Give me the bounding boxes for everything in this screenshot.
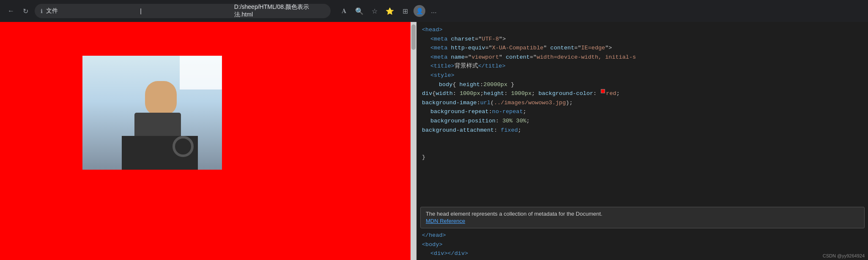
address-bar[interactable]: ℹ 文件 | D:/sheep/HTML/08.颜色表示法.html	[35, 4, 331, 18]
code-line-style: <style>	[422, 71, 863, 80]
steering-wheel	[173, 136, 194, 157]
toolbar-icons: 𝐀 🔍 ☆ ⭐ ⊞ 👤 ...	[337, 4, 441, 18]
eq2: ="	[485, 43, 492, 53]
code-line-empty2	[422, 144, 863, 153]
bg-pos-prop: background-position	[430, 116, 496, 126]
read-aloud-button[interactable]: 𝐀	[337, 4, 351, 18]
fixed-val: fixed	[501, 126, 518, 135]
div-word: div	[434, 249, 444, 258]
url-keyword: url	[480, 98, 490, 108]
semi3: ;	[616, 89, 620, 98]
code-line-title: <title> 背景样式 </title>	[422, 62, 863, 71]
eq5: ="	[530, 53, 537, 62]
div-selector: div	[422, 89, 432, 98]
mdn-reference-link[interactable]: MDN Reference	[426, 218, 465, 224]
code-line-bg-attach: background-attachment : fixed ;	[422, 126, 863, 135]
title-text: 背景样式	[455, 62, 478, 71]
q4: "	[499, 53, 506, 62]
semi1: ;	[480, 89, 484, 98]
body-open-tag: <	[422, 240, 425, 249]
star-button[interactable]: ⭐	[383, 4, 397, 18]
scrollbar[interactable]	[411, 22, 416, 260]
body-selector: body	[439, 80, 452, 89]
browser-viewport	[0, 22, 416, 260]
car-interior	[122, 136, 198, 170]
more-button[interactable]: ...	[427, 4, 441, 18]
code-line-meta-charset: <meta charset =" UTF-8 ">	[422, 35, 863, 44]
style-tag: <style>	[430, 71, 455, 80]
red-color-swatch	[601, 89, 605, 93]
colon1: :	[480, 80, 483, 89]
colon6: :	[489, 107, 492, 116]
bg-image-prop: background-image	[422, 98, 477, 108]
brace3: {	[432, 89, 435, 98]
nav-buttons: ← ↻	[5, 5, 31, 17]
child-photo	[82, 56, 222, 170]
colon5: :	[477, 98, 480, 108]
semi4: ;	[523, 107, 526, 116]
semi5: ;	[526, 116, 530, 126]
child-silhouette	[122, 77, 198, 170]
mdn-tooltip-text: The head element represents a collection…	[426, 211, 859, 217]
bg-repeat-prop: background-repeat	[430, 107, 489, 116]
body-close: >	[439, 240, 443, 249]
body-word: body	[425, 240, 439, 249]
browser-toolbar: ← ↻ ℹ 文件 | D:/sheep/HTML/08.颜色表示法.html 𝐀…	[0, 0, 868, 22]
info-icon: ℹ	[41, 8, 43, 14]
back-button[interactable]: ←	[5, 5, 17, 17]
q3: ">	[605, 43, 612, 53]
code-line-meta-compat: <meta http-equiv =" X-UA-Compatible " co…	[422, 43, 863, 53]
devtools-panel: <head> <meta charset =" UTF-8 "> <meta h…	[416, 22, 868, 260]
title-tag: <title>	[430, 62, 455, 71]
code-line-close-brace: }	[422, 153, 863, 162]
semi2: ;	[531, 89, 538, 98]
q2: "	[543, 43, 550, 53]
height-prop2: height	[484, 89, 504, 98]
eq: ="	[475, 35, 482, 44]
meta-tag-1: <meta	[430, 35, 451, 44]
div-word-2: div	[455, 249, 465, 258]
code-line-head: <head>	[422, 25, 863, 35]
div-close-1: ></	[444, 249, 454, 258]
close-head-end: >	[443, 231, 446, 240]
webpage-image	[82, 56, 222, 170]
content-attr: content	[550, 43, 575, 53]
head-word: head	[429, 231, 442, 240]
colon7: :	[496, 116, 502, 126]
favorites-button[interactable]: ☆	[368, 4, 381, 18]
bg-color-prop: background-color	[538, 89, 593, 98]
eq4: ="	[465, 53, 471, 62]
height-prop: height	[460, 80, 480, 89]
width-prop: width	[435, 89, 453, 98]
code-line-close-head: </ head >	[422, 231, 863, 240]
colon3: :	[504, 89, 511, 98]
height-val2: 1000px	[511, 89, 532, 98]
address-url: D:/sheep/HTML/08.颜色表示法.html	[234, 3, 325, 19]
head-tag: <head>	[422, 25, 443, 35]
devtools-code-panel: <head> <meta charset =" UTF-8 "> <meta h…	[416, 22, 868, 260]
scrollbar-thumb[interactable]	[411, 24, 416, 50]
reload-button[interactable]: ↻	[19, 5, 31, 17]
content-val2: width=device-width, initial-s	[537, 53, 636, 62]
profile-avatar[interactable]: 👤	[413, 5, 425, 17]
address-separator: |	[140, 8, 230, 14]
height-val: 20000px	[483, 80, 507, 89]
http-equiv-attr: http-equiv	[451, 43, 485, 53]
no-repeat-val: no-repeat	[492, 107, 523, 116]
eq3: ="	[574, 43, 581, 53]
content-attr2: content	[506, 53, 530, 62]
csdn-watermark: CSDN @yy9264924	[823, 253, 865, 258]
code-line-bg-repeat: background-repeat : no-repeat ;	[422, 107, 863, 116]
div-close-2: >	[465, 249, 468, 258]
zoom-button[interactable]: 🔍	[353, 4, 366, 18]
brace1: {	[452, 80, 459, 89]
devtools-bottom: </ head > < body > < div ></ div >	[417, 229, 868, 260]
code-line-empty1	[422, 135, 863, 144]
code-line-bg-position: background-position : 30% 30% ;	[422, 116, 863, 126]
close-q: ">	[499, 35, 506, 44]
div-open: <	[430, 249, 434, 258]
content-val: IE=edge	[581, 43, 605, 53]
collections-button[interactable]: ⊞	[398, 4, 412, 18]
code-line-meta-viewport: <meta name =" viewport " content =" widt…	[422, 53, 863, 62]
charset-attr: charset	[451, 35, 475, 44]
